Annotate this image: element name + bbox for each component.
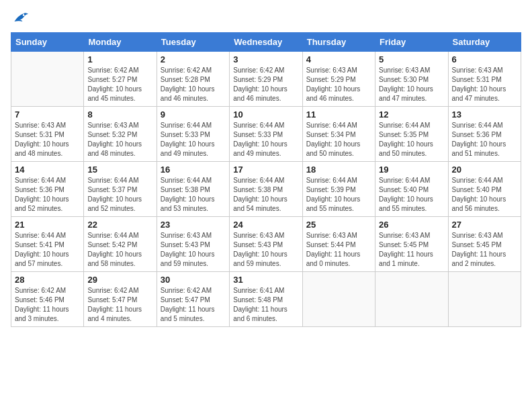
day-number: 14 (15, 165, 80, 175)
calendar-cell: 25Sunrise: 6:43 AM Sunset: 5:44 PM Dayli… (302, 217, 375, 272)
day-info: Sunrise: 6:44 AM Sunset: 5:35 PM Dayligh… (379, 121, 444, 158)
day-number: 4 (306, 54, 371, 64)
calendar-cell: 19Sunrise: 6:44 AM Sunset: 5:40 PM Dayli… (375, 162, 448, 217)
day-number: 7 (15, 109, 80, 120)
day-number: 29 (87, 275, 152, 285)
day-number: 17 (233, 165, 298, 175)
calendar-cell: 31Sunrise: 6:41 AM Sunset: 5:48 PM Dayli… (230, 272, 302, 327)
day-info: Sunrise: 6:42 AM Sunset: 5:47 PM Dayligh… (87, 286, 152, 324)
day-info: Sunrise: 6:44 AM Sunset: 5:40 PM Dayligh… (452, 176, 517, 214)
calendar-cell (448, 272, 521, 327)
day-number: 28 (15, 275, 80, 285)
day-number: 6 (452, 54, 517, 64)
day-info: Sunrise: 6:44 AM Sunset: 5:37 PM Dayligh… (87, 176, 152, 214)
calendar-week-row: 7Sunrise: 6:43 AM Sunset: 5:31 PM Daylig… (11, 107, 521, 162)
calendar-cell: 16Sunrise: 6:44 AM Sunset: 5:38 PM Dayli… (157, 162, 229, 217)
day-number: 13 (452, 109, 517, 120)
weekday-header-thursday: Thursday (302, 33, 375, 52)
logo-bird-icon (12, 11, 28, 24)
day-info: Sunrise: 6:42 AM Sunset: 5:47 PM Dayligh… (161, 286, 226, 324)
day-info: Sunrise: 6:42 AM Sunset: 5:46 PM Dayligh… (15, 286, 80, 324)
calendar-cell: 7Sunrise: 6:43 AM Sunset: 5:31 PM Daylig… (11, 107, 84, 162)
calendar-cell: 20Sunrise: 6:44 AM Sunset: 5:40 PM Dayli… (448, 162, 521, 217)
day-number: 15 (87, 165, 152, 175)
calendar-cell: 29Sunrise: 6:42 AM Sunset: 5:47 PM Dayli… (84, 272, 157, 327)
calendar-cell: 28Sunrise: 6:42 AM Sunset: 5:46 PM Dayli… (11, 272, 84, 327)
day-number: 2 (161, 54, 226, 64)
day-number: 31 (233, 275, 298, 285)
calendar-cell: 30Sunrise: 6:42 AM Sunset: 5:47 PM Dayli… (157, 272, 229, 327)
calendar-cell: 15Sunrise: 6:44 AM Sunset: 5:37 PM Dayli… (84, 162, 157, 217)
day-info: Sunrise: 6:44 AM Sunset: 5:33 PM Dayligh… (233, 121, 298, 158)
calendar-cell: 12Sunrise: 6:44 AM Sunset: 5:35 PM Dayli… (375, 107, 448, 162)
day-info: Sunrise: 6:44 AM Sunset: 5:42 PM Dayligh… (87, 231, 152, 269)
day-number: 1 (87, 54, 152, 64)
day-info: Sunrise: 6:43 AM Sunset: 5:29 PM Dayligh… (306, 66, 371, 103)
day-number: 11 (306, 109, 371, 120)
day-info: Sunrise: 6:42 AM Sunset: 5:28 PM Dayligh… (161, 66, 226, 103)
calendar-table: SundayMondayTuesdayWednesdayThursdayFrid… (11, 32, 521, 327)
day-info: Sunrise: 6:43 AM Sunset: 5:45 PM Dayligh… (379, 231, 444, 269)
calendar-cell: 27Sunrise: 6:43 AM Sunset: 5:45 PM Dayli… (448, 217, 521, 272)
calendar-cell: 5Sunrise: 6:43 AM Sunset: 5:30 PM Daylig… (375, 52, 448, 107)
day-info: Sunrise: 6:42 AM Sunset: 5:29 PM Dayligh… (233, 66, 298, 103)
day-info: Sunrise: 6:43 AM Sunset: 5:43 PM Dayligh… (233, 231, 298, 269)
calendar-cell: 22Sunrise: 6:44 AM Sunset: 5:42 PM Dayli… (84, 217, 157, 272)
day-number: 25 (306, 220, 371, 230)
day-number: 3 (233, 54, 298, 64)
calendar-cell: 3Sunrise: 6:42 AM Sunset: 5:29 PM Daylig… (230, 52, 302, 107)
calendar-cell (375, 272, 448, 327)
calendar-cell: 13Sunrise: 6:44 AM Sunset: 5:36 PM Dayli… (448, 107, 521, 162)
day-info: Sunrise: 6:43 AM Sunset: 5:31 PM Dayligh… (452, 66, 517, 103)
day-number: 22 (87, 220, 152, 230)
day-info: Sunrise: 6:44 AM Sunset: 5:39 PM Dayligh… (306, 176, 371, 214)
day-info: Sunrise: 6:44 AM Sunset: 5:41 PM Dayligh… (15, 231, 80, 269)
calendar-cell: 21Sunrise: 6:44 AM Sunset: 5:41 PM Dayli… (11, 217, 84, 272)
day-info: Sunrise: 6:43 AM Sunset: 5:45 PM Dayligh… (452, 231, 517, 269)
day-number: 24 (233, 220, 298, 230)
day-info: Sunrise: 6:44 AM Sunset: 5:38 PM Dayligh… (161, 176, 226, 214)
day-number: 16 (161, 165, 226, 175)
day-number: 12 (379, 109, 444, 120)
day-number: 23 (161, 220, 226, 230)
day-info: Sunrise: 6:41 AM Sunset: 5:48 PM Dayligh… (233, 286, 298, 324)
weekday-header-monday: Monday (84, 33, 157, 52)
weekday-header-sunday: Sunday (11, 33, 84, 52)
calendar-cell: 26Sunrise: 6:43 AM Sunset: 5:45 PM Dayli… (375, 217, 448, 272)
day-number: 10 (233, 109, 298, 120)
day-number: 18 (306, 165, 371, 175)
day-info: Sunrise: 6:44 AM Sunset: 5:34 PM Dayligh… (306, 121, 371, 158)
weekday-header-tuesday: Tuesday (157, 33, 229, 52)
calendar-cell: 4Sunrise: 6:43 AM Sunset: 5:29 PM Daylig… (302, 52, 375, 107)
day-number: 19 (379, 165, 444, 175)
calendar-cell: 18Sunrise: 6:44 AM Sunset: 5:39 PM Dayli… (302, 162, 375, 217)
calendar-cell: 6Sunrise: 6:43 AM Sunset: 5:31 PM Daylig… (448, 52, 521, 107)
day-number: 9 (161, 109, 226, 120)
day-number: 27 (452, 220, 517, 230)
day-number: 26 (379, 220, 444, 230)
calendar-cell (302, 272, 375, 327)
calendar-cell: 23Sunrise: 6:43 AM Sunset: 5:43 PM Dayli… (157, 217, 229, 272)
calendar-cell: 8Sunrise: 6:43 AM Sunset: 5:32 PM Daylig… (84, 107, 157, 162)
calendar-cell: 11Sunrise: 6:44 AM Sunset: 5:34 PM Dayli… (302, 107, 375, 162)
day-info: Sunrise: 6:44 AM Sunset: 5:36 PM Dayligh… (452, 121, 517, 158)
day-info: Sunrise: 6:43 AM Sunset: 5:32 PM Dayligh… (87, 121, 152, 158)
day-info: Sunrise: 6:44 AM Sunset: 5:36 PM Dayligh… (15, 176, 80, 214)
day-number: 5 (379, 54, 444, 64)
calendar-week-row: 21Sunrise: 6:44 AM Sunset: 5:41 PM Dayli… (11, 217, 521, 272)
day-info: Sunrise: 6:43 AM Sunset: 5:44 PM Dayligh… (306, 231, 371, 269)
day-number: 20 (452, 165, 517, 175)
calendar-cell (11, 52, 84, 107)
calendar-cell: 24Sunrise: 6:43 AM Sunset: 5:43 PM Dayli… (230, 217, 302, 272)
calendar-cell: 9Sunrise: 6:44 AM Sunset: 5:33 PM Daylig… (157, 107, 229, 162)
calendar-cell: 1Sunrise: 6:42 AM Sunset: 5:27 PM Daylig… (84, 52, 157, 107)
day-info: Sunrise: 6:44 AM Sunset: 5:40 PM Dayligh… (379, 176, 444, 214)
logo (11, 11, 28, 24)
day-info: Sunrise: 6:43 AM Sunset: 5:43 PM Dayligh… (161, 231, 226, 269)
day-info: Sunrise: 6:44 AM Sunset: 5:38 PM Dayligh… (233, 176, 298, 214)
calendar-cell: 14Sunrise: 6:44 AM Sunset: 5:36 PM Dayli… (11, 162, 84, 217)
weekday-header-wednesday: Wednesday (230, 33, 302, 52)
weekday-header-friday: Friday (375, 33, 448, 52)
calendar-week-row: 14Sunrise: 6:44 AM Sunset: 5:36 PM Dayli… (11, 162, 521, 217)
calendar-week-row: 28Sunrise: 6:42 AM Sunset: 5:46 PM Dayli… (11, 272, 521, 327)
